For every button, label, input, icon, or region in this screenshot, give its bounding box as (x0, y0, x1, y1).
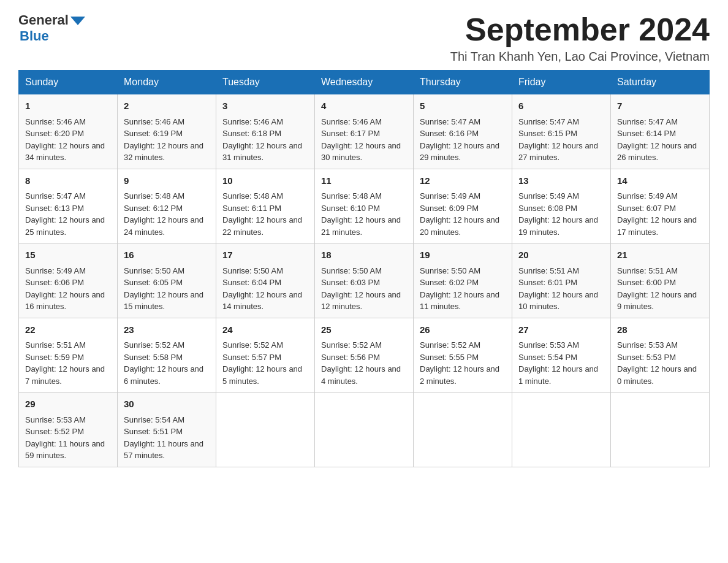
sunrise-text: Sunrise: 5:47 AM (518, 116, 604, 128)
daylight-text: Daylight: 12 hours and 30 minutes. (321, 140, 407, 164)
calendar-week-row: 15Sunrise: 5:49 AMSunset: 6:06 PMDayligh… (19, 243, 710, 318)
day-number: 3 (222, 99, 308, 113)
calendar-cell: 10Sunrise: 5:48 AMSunset: 6:11 PMDayligh… (216, 169, 315, 243)
daylight-text: Daylight: 12 hours and 10 minutes. (518, 289, 604, 313)
day-number: 25 (321, 323, 407, 337)
day-number: 28 (617, 323, 703, 337)
day-number: 2 (124, 99, 210, 113)
calendar-cell: 13Sunrise: 5:49 AMSunset: 6:08 PMDayligh… (512, 169, 611, 243)
daylight-text: Daylight: 12 hours and 17 minutes. (617, 214, 703, 238)
day-number: 18 (321, 248, 407, 262)
sunset-text: Sunset: 5:59 PM (25, 351, 111, 364)
daylight-text: Daylight: 12 hours and 25 minutes. (25, 214, 111, 238)
daylight-text: Daylight: 12 hours and 26 minutes. (617, 140, 703, 164)
sunset-text: Sunset: 5:52 PM (25, 426, 111, 438)
sunset-text: Sunset: 6:12 PM (124, 202, 210, 215)
daylight-text: Daylight: 12 hours and 11 minutes. (420, 289, 506, 313)
sunset-text: Sunset: 6:11 PM (222, 202, 308, 215)
sunset-text: Sunset: 6:07 PM (617, 202, 703, 215)
calendar-header-sunday: Sunday (19, 71, 118, 94)
daylight-text: Daylight: 12 hours and 15 minutes. (124, 289, 210, 313)
sunset-text: Sunset: 6:09 PM (420, 202, 506, 215)
calendar-cell (512, 393, 611, 467)
sunset-text: Sunset: 5:55 PM (420, 351, 506, 364)
day-number: 5 (420, 99, 506, 113)
day-number: 10 (222, 174, 308, 188)
day-number: 15 (25, 248, 111, 262)
day-number: 6 (518, 99, 604, 113)
sunset-text: Sunset: 5:53 PM (617, 351, 703, 364)
day-number: 21 (617, 248, 703, 262)
sunrise-text: Sunrise: 5:54 AM (124, 414, 210, 426)
day-number: 29 (25, 397, 111, 412)
sunset-text: Sunset: 6:08 PM (518, 202, 604, 215)
day-number: 7 (617, 99, 703, 113)
calendar-cell: 3Sunrise: 5:46 AMSunset: 6:18 PMDaylight… (216, 94, 315, 169)
sunrise-text: Sunrise: 5:49 AM (518, 190, 604, 202)
sunset-text: Sunset: 5:51 PM (124, 426, 210, 438)
calendar-cell: 1Sunrise: 5:46 AMSunset: 6:20 PMDaylight… (19, 94, 118, 169)
sunset-text: Sunset: 6:10 PM (321, 202, 407, 215)
daylight-text: Daylight: 12 hours and 21 minutes. (321, 214, 407, 238)
day-number: 16 (124, 248, 210, 262)
sunset-text: Sunset: 6:14 PM (617, 128, 703, 140)
daylight-text: Daylight: 12 hours and 29 minutes. (420, 140, 506, 164)
logo: General Blue (18, 12, 85, 44)
sunrise-text: Sunrise: 5:49 AM (25, 265, 111, 277)
day-number: 27 (518, 323, 604, 337)
sunrise-text: Sunrise: 5:53 AM (617, 339, 703, 351)
calendar-cell: 9Sunrise: 5:48 AMSunset: 6:12 PMDaylight… (118, 169, 216, 243)
sunrise-text: Sunrise: 5:50 AM (124, 265, 210, 277)
calendar-cell: 18Sunrise: 5:50 AMSunset: 6:03 PMDayligh… (315, 243, 414, 318)
day-number: 14 (617, 174, 703, 188)
calendar-cell: 23Sunrise: 5:52 AMSunset: 5:58 PMDayligh… (118, 318, 216, 393)
sunrise-text: Sunrise: 5:50 AM (222, 265, 308, 277)
daylight-text: Daylight: 12 hours and 0 minutes. (617, 363, 703, 387)
day-number: 17 (222, 248, 308, 262)
sunset-text: Sunset: 5:57 PM (222, 351, 308, 364)
daylight-text: Daylight: 12 hours and 14 minutes. (222, 289, 308, 313)
daylight-text: Daylight: 11 hours and 59 minutes. (25, 438, 111, 462)
sunrise-text: Sunrise: 5:46 AM (124, 116, 210, 128)
calendar-cell: 25Sunrise: 5:52 AMSunset: 5:56 PMDayligh… (315, 318, 414, 393)
daylight-text: Daylight: 12 hours and 31 minutes. (222, 140, 308, 164)
calendar-cell: 21Sunrise: 5:51 AMSunset: 6:00 PMDayligh… (611, 243, 710, 318)
calendar-cell: 7Sunrise: 5:47 AMSunset: 6:14 PMDaylight… (611, 94, 710, 169)
sunrise-text: Sunrise: 5:50 AM (420, 265, 506, 277)
daylight-text: Daylight: 12 hours and 19 minutes. (518, 214, 604, 238)
daylight-text: Daylight: 12 hours and 7 minutes. (25, 363, 111, 387)
day-number: 22 (25, 323, 111, 337)
calendar-cell: 20Sunrise: 5:51 AMSunset: 6:01 PMDayligh… (512, 243, 611, 318)
sunset-text: Sunset: 6:03 PM (321, 277, 407, 289)
sunrise-text: Sunrise: 5:49 AM (617, 190, 703, 202)
sunrise-text: Sunrise: 5:52 AM (321, 339, 407, 351)
calendar-week-row: 8Sunrise: 5:47 AMSunset: 6:13 PMDaylight… (19, 169, 710, 243)
calendar-cell: 5Sunrise: 5:47 AMSunset: 6:16 PMDaylight… (414, 94, 512, 169)
sunset-text: Sunset: 6:20 PM (25, 128, 111, 140)
calendar-cell (315, 393, 414, 467)
day-number: 13 (518, 174, 604, 188)
calendar-cell (216, 393, 315, 467)
calendar-cell: 8Sunrise: 5:47 AMSunset: 6:13 PMDaylight… (19, 169, 118, 243)
day-number: 1 (25, 99, 111, 113)
sunset-text: Sunset: 6:05 PM (124, 277, 210, 289)
calendar-header-wednesday: Wednesday (315, 71, 414, 94)
calendar-cell: 28Sunrise: 5:53 AMSunset: 5:53 PMDayligh… (611, 318, 710, 393)
sunrise-text: Sunrise: 5:51 AM (25, 339, 111, 351)
daylight-text: Daylight: 11 hours and 57 minutes. (124, 438, 210, 462)
daylight-text: Daylight: 12 hours and 22 minutes. (222, 214, 308, 238)
day-number: 26 (420, 323, 506, 337)
sunset-text: Sunset: 6:13 PM (25, 202, 111, 215)
calendar-header-friday: Friday (512, 71, 611, 94)
day-number: 24 (222, 323, 308, 337)
logo-text-general: General (18, 12, 69, 28)
calendar-cell: 30Sunrise: 5:54 AMSunset: 5:51 PMDayligh… (118, 393, 216, 467)
sunrise-text: Sunrise: 5:47 AM (25, 190, 111, 202)
sunrise-text: Sunrise: 5:51 AM (518, 265, 604, 277)
calendar-week-row: 22Sunrise: 5:51 AMSunset: 5:59 PMDayligh… (19, 318, 710, 393)
calendar-header-thursday: Thursday (414, 71, 512, 94)
calendar-cell: 2Sunrise: 5:46 AMSunset: 6:19 PMDaylight… (118, 94, 216, 169)
calendar-cell: 15Sunrise: 5:49 AMSunset: 6:06 PMDayligh… (19, 243, 118, 318)
sunrise-text: Sunrise: 5:53 AM (25, 414, 111, 426)
calendar-header-saturday: Saturday (611, 71, 710, 94)
